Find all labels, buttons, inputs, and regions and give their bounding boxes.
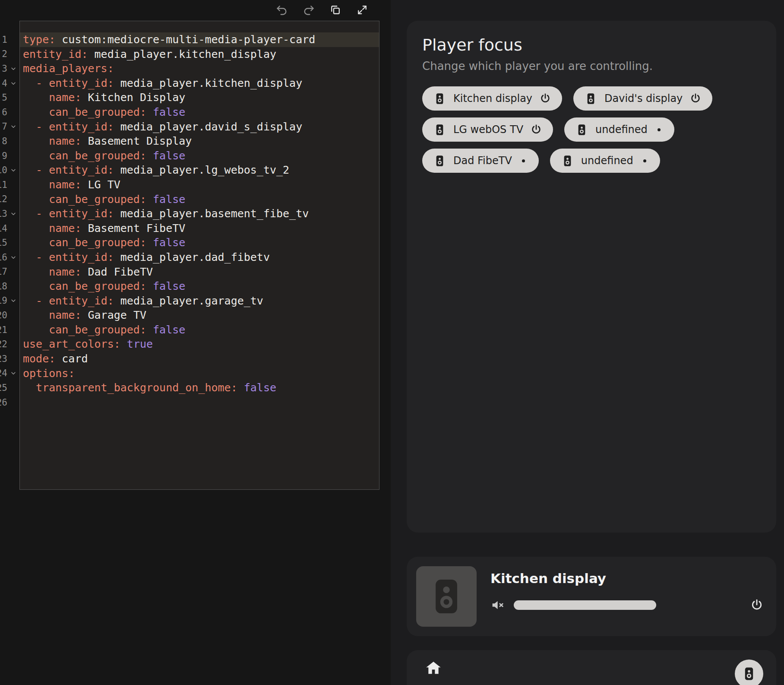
preview-pane: Player focus Change which player you are…: [391, 0, 784, 685]
code-line[interactable]: name: Basement FibeTV: [20, 221, 379, 236]
code-line[interactable]: - entity_id: media_player.garage_tv: [20, 294, 379, 308]
player-controls: [490, 598, 767, 612]
dot-indicator: [522, 159, 525, 162]
code-line[interactable]: can_be_grouped: false: [20, 279, 379, 294]
line-number: 20: [0, 310, 7, 320]
code-line[interactable]: entity_id: media_player.kitchen_display: [20, 47, 379, 62]
gutter-row: 12: [0, 192, 19, 207]
gutter-row: 21: [0, 323, 19, 337]
gutter-row: 15: [0, 235, 19, 250]
line-number: 18: [0, 281, 7, 292]
mute-button[interactable]: [490, 598, 504, 612]
code-line[interactable]: transparent_background_on_home: false: [20, 381, 379, 395]
code-line[interactable]: name: Dad FibeTV: [20, 265, 379, 279]
dot-indicator: [643, 159, 646, 162]
gutter-row: 19: [0, 294, 19, 308]
code-line[interactable]: can_be_grouped: false: [20, 149, 379, 163]
editor-toolbar: [0, 0, 391, 20]
speaker-icon: [561, 155, 574, 167]
power-button[interactable]: [750, 599, 763, 612]
player-chip-undefined-5[interactable]: undefined: [550, 149, 660, 173]
player-chip-lg-webos-tv-2[interactable]: LG webOS TV: [422, 117, 553, 142]
line-number: 3: [0, 63, 7, 74]
line-number: 14: [0, 223, 7, 234]
volume-muted-icon: [490, 598, 504, 612]
gutter-row: 26: [0, 395, 19, 410]
copy-button[interactable]: [329, 3, 342, 17]
code-line[interactable]: name: LG TV: [20, 178, 379, 192]
fold-toggle-icon[interactable]: [7, 254, 19, 260]
undo-button[interactable]: [275, 3, 289, 17]
gutter-row: 10: [0, 163, 19, 178]
chip-label: Kitchen display: [453, 92, 532, 105]
gutter-row: 4: [0, 76, 19, 91]
fold-toggle-icon[interactable]: [7, 167, 19, 173]
player-info: Kitchen display: [490, 566, 767, 627]
speaker-button[interactable]: [735, 660, 763, 685]
power-icon[interactable]: [690, 93, 701, 104]
player-focus-card: Player focus Change which player you are…: [407, 21, 776, 533]
gutter-row: 3: [0, 61, 19, 76]
code-line[interactable]: can_be_grouped: false: [20, 235, 379, 250]
volume-slider[interactable]: [514, 600, 656, 610]
line-number: 13: [0, 209, 7, 219]
code-line[interactable]: can_be_grouped: false: [20, 323, 379, 337]
code-line[interactable]: - entity_id: media_player.basement_fibe_…: [20, 206, 379, 221]
player-chip-david-s-display-1[interactable]: David's display: [573, 86, 712, 111]
power-icon[interactable]: [531, 124, 542, 135]
expand-button[interactable]: [355, 3, 369, 17]
code-line[interactable]: - entity_id: media_player.kitchen_displa…: [20, 76, 379, 91]
line-number: 8: [0, 136, 7, 146]
code-line[interactable]: [20, 395, 379, 410]
code-line[interactable]: mode: card: [20, 352, 379, 366]
redo-icon: [303, 4, 315, 16]
gutter-row: 13: [0, 206, 19, 221]
line-number: 26: [0, 397, 7, 408]
code-line[interactable]: type: custom:mediocre-multi-media-player…: [20, 32, 379, 47]
player-chip-undefined-3[interactable]: undefined: [564, 117, 674, 142]
editor-code-area[interactable]: type: custom:mediocre-multi-media-player…: [19, 21, 379, 490]
code-line[interactable]: can_be_grouped: false: [20, 192, 379, 207]
redo-button[interactable]: [302, 3, 316, 17]
player-focus-subtitle: Change which player you are controlling.: [422, 60, 761, 73]
line-number: 4: [0, 78, 7, 89]
code-line[interactable]: name: Kitchen Display: [20, 90, 379, 105]
fold-toggle-icon[interactable]: [7, 124, 19, 130]
yaml-editor: 1234567891011121314151617181920212223242…: [0, 21, 391, 490]
player-chip-kitchen-display-0[interactable]: Kitchen display: [422, 86, 562, 111]
power-icon: [750, 599, 763, 612]
player-chip-dad-fibetv-4[interactable]: Dad FibeTV: [422, 149, 539, 173]
gutter-row: 23: [0, 352, 19, 366]
line-number: 25: [0, 383, 7, 393]
gutter-row: 25: [0, 381, 19, 395]
line-number: 15: [0, 238, 7, 248]
chip-label: LG webOS TV: [453, 124, 523, 136]
speaker-icon: [433, 155, 446, 167]
line-number: 16: [0, 252, 7, 263]
fold-toggle-icon[interactable]: [7, 66, 19, 72]
speaker-icon: [433, 92, 446, 105]
player-focus-chips: Kitchen displayDavid's displayLG webOS T…: [422, 86, 761, 173]
power-icon[interactable]: [540, 93, 551, 104]
line-number: 23: [0, 354, 7, 364]
chip-label: Dad FibeTV: [453, 155, 512, 167]
fold-toggle-icon[interactable]: [7, 211, 19, 217]
home-button[interactable]: [425, 660, 442, 677]
code-line[interactable]: - entity_id: media_player.dad_fibetv: [20, 250, 379, 265]
code-line[interactable]: name: Garage TV: [20, 308, 379, 323]
code-line[interactable]: can_be_grouped: false: [20, 105, 379, 120]
gutter-row: 6: [0, 105, 19, 120]
code-line[interactable]: use_art_colors: true: [20, 337, 379, 352]
gutter-row: 1: [0, 32, 19, 47]
code-line[interactable]: - entity_id: media_player.lg_webos_tv_2: [20, 163, 379, 178]
fold-toggle-icon[interactable]: [7, 370, 19, 376]
fold-toggle-icon[interactable]: [7, 298, 19, 304]
line-number: 9: [0, 151, 7, 161]
code-line[interactable]: options:: [20, 366, 379, 381]
home-icon: [425, 660, 442, 677]
gutter-row: 16: [0, 250, 19, 265]
code-line[interactable]: - entity_id: media_player.david_s_displa…: [20, 120, 379, 134]
fold-toggle-icon[interactable]: [7, 80, 19, 86]
code-line[interactable]: media_players:: [20, 61, 379, 76]
code-line[interactable]: name: Basement Display: [20, 134, 379, 149]
